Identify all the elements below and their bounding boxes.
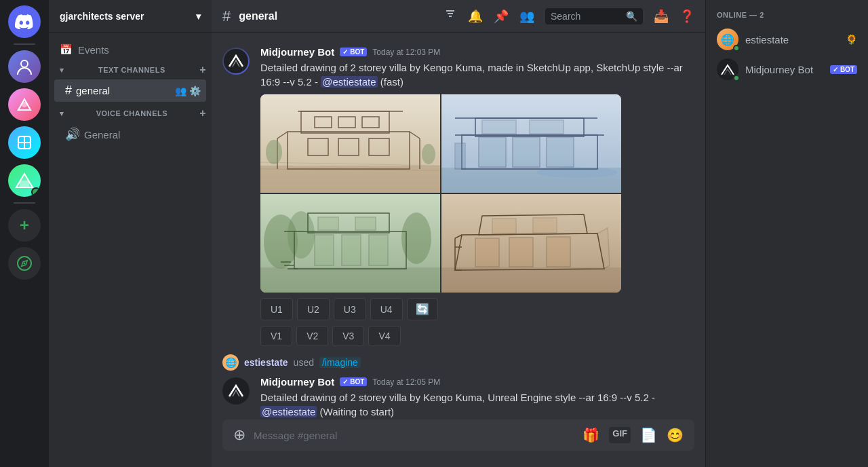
svg-point-21 [266, 140, 282, 164]
online-header: ONLINE — 2 [711, 11, 863, 19]
message-2-content: Midjourney Bot ✓ BOT Today at 12:05 PM D… [260, 376, 694, 419]
member-estiestate[interactable]: 🌐 estiestate 🌻 [711, 24, 863, 54]
svg-point-22 [422, 144, 435, 164]
svg-rect-30 [455, 143, 465, 169]
channel-general[interactable]: # general 👥 ⚙️ [54, 79, 206, 102]
search-box[interactable]: Search 🔍 [545, 8, 643, 24]
svg-rect-34 [513, 137, 540, 167]
settings-icon[interactable]: ⚙️ [189, 86, 201, 96]
online-dot-2 [733, 75, 740, 81]
message-add-button[interactable]: ⊕ [233, 428, 245, 443]
image-cell-2 [441, 94, 621, 193]
voice-channels-label: VOICE CHANNELS [96, 109, 167, 117]
svg-rect-59 [492, 219, 516, 234]
header-icons: 🔔 📌 👥 Search 🔍 📥 ❓ [443, 7, 694, 24]
svg-rect-53 [355, 217, 376, 230]
discord-home-button[interactable] [8, 5, 41, 38]
events-item[interactable]: 📅 Events [49, 38, 212, 61]
add-text-channel-button[interactable]: + [199, 64, 206, 76]
server-avatar-2[interactable] [8, 88, 41, 121]
system-action-text: used [294, 357, 314, 368]
message-2-text: Detailed drawing of 2 storey villa by Ke… [260, 390, 694, 419]
messages-area: Midjourney Bot ✓ BOT Today at 12:03 PM D… [212, 33, 705, 419]
mention-estiestate-1[interactable]: @estiestate [321, 76, 377, 88]
message-1-text: Detailed drawing of 2 storey villa by Ke… [260, 60, 694, 89]
message-2-header: Midjourney Bot ✓ BOT Today at 12:05 PM [260, 376, 694, 388]
u4-button[interactable]: U4 [370, 298, 403, 320]
slash-command[interactable]: /imagine [319, 357, 361, 368]
bot-badge-1: ✓ BOT [340, 48, 367, 56]
inbox-icon[interactable]: 📥 [654, 9, 669, 24]
member-badge-estiestate: 🌻 [846, 34, 857, 45]
verified-check-icon: ✓ [342, 48, 348, 56]
u2-button[interactable]: U2 [297, 298, 330, 320]
search-icon: 🔍 [626, 11, 637, 22]
online-dot-1 [733, 45, 740, 52]
pin-icon[interactable]: 📌 [494, 9, 509, 24]
u3-button[interactable]: U3 [334, 298, 366, 320]
action-buttons-row2: V1 V2 V3 V4 [260, 326, 694, 346]
sketch-image-1 [260, 94, 440, 193]
message-1-header: Midjourney Bot ✓ BOT Today at 12:03 PM [260, 46, 694, 58]
voice-channels-header[interactable]: ▾ VOICE CHANNELS + [49, 105, 212, 122]
svg-rect-51 [369, 235, 388, 265]
member-midjourney-bot[interactable]: Midjourney Bot ✓ BOT [711, 54, 863, 84]
svg-rect-58 [547, 237, 570, 267]
message-1-author: Midjourney Bot [260, 46, 334, 58]
message-1-content: Midjourney Bot ✓ BOT Today at 12:03 PM D… [260, 46, 694, 346]
voice-channels-category: ▾ VOICE CHANNELS + 🔊 General [49, 105, 212, 146]
add-server-button[interactable]: + [8, 209, 41, 242]
emoji-icon[interactable]: 😊 [667, 427, 684, 443]
svg-rect-55 [441, 267, 621, 293]
gif-button[interactable]: GIF [609, 427, 631, 443]
gift-icon[interactable]: 🎁 [583, 427, 599, 443]
text-channels-header[interactable]: ▾ TEXT CHANNELS + [49, 61, 212, 79]
svg-rect-33 [479, 137, 506, 167]
members-icon[interactable]: 👥 [519, 9, 534, 24]
search-placeholder: Search [551, 11, 622, 22]
v1-button[interactable]: V1 [260, 326, 292, 346]
add-voice-channel-button[interactable]: + [199, 107, 206, 119]
channel-voice-general[interactable]: 🔊 General [54, 123, 206, 146]
sticker-icon[interactable]: 📄 [640, 427, 657, 443]
message-placeholder[interactable]: Message #general [254, 430, 574, 441]
member-avatar-midjourney [717, 58, 738, 80]
u1-button[interactable]: U1 [260, 298, 293, 320]
v4-button[interactable]: V4 [368, 326, 400, 346]
events-label: Events [78, 44, 109, 56]
server-avatar-4[interactable] [8, 164, 41, 197]
svg-rect-52 [318, 217, 338, 230]
bot-label-2: BOT [350, 378, 364, 386]
v3-button[interactable]: V3 [332, 326, 364, 346]
svg-point-40 [288, 211, 315, 259]
svg-point-0 [21, 60, 28, 67]
server-avatar-3[interactable] [8, 126, 41, 159]
channel-general-name: general [76, 85, 171, 96]
midjourney-image-grid[interactable] [260, 94, 621, 293]
text-channels-label: TEXT CHANNELS [98, 66, 165, 74]
midjourney-avatar-2 [222, 377, 250, 405]
v2-button[interactable]: V2 [296, 326, 328, 346]
threads-icon[interactable] [443, 7, 457, 24]
notification-icon[interactable]: 🔔 [468, 9, 483, 24]
svg-rect-56 [475, 238, 499, 267]
server-list: + [0, 0, 49, 467]
discover-button[interactable] [8, 247, 41, 280]
bot-label-1: BOT [350, 48, 364, 56]
system-username[interactable]: estiestate [244, 357, 288, 368]
message-1-timestamp: Today at 12:03 PM [372, 48, 440, 57]
mention-estiestate-2[interactable]: @estiestate [260, 406, 317, 417]
message-2-author: Midjourney Bot [260, 376, 334, 388]
member-name-estiestate: estiestate [745, 34, 789, 45]
sketch-image-4 [441, 194, 621, 293]
member-icon[interactable]: 👥 [175, 86, 186, 96]
help-icon[interactable]: ❓ [679, 9, 694, 24]
channel-header-name: general [239, 10, 277, 22]
message-1: Midjourney Bot ✓ BOT Today at 12:03 PM D… [212, 43, 705, 349]
server-avatar-1[interactable] [8, 50, 41, 83]
member-avatar-estiestate: 🌐 [717, 29, 738, 50]
refresh-button[interactable]: 🔄 [407, 298, 438, 320]
channel-list: 📅 Events ▾ TEXT CHANNELS + # general 👥 ⚙… [49, 33, 212, 467]
server-header[interactable]: gjarchitects server ▾ [49, 0, 212, 33]
verified-check-icon-2: ✓ [342, 378, 348, 386]
